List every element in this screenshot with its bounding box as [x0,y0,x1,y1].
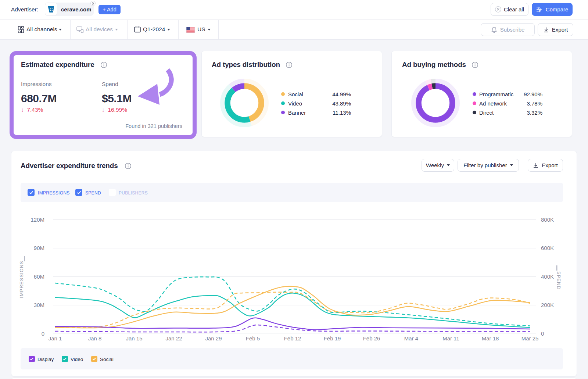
svg-text:120M: 120M [31,217,44,223]
svg-text:Feb 5: Feb 5 [246,335,260,342]
svg-text:SPEND: SPEND [556,271,562,290]
svg-text:0: 0 [42,330,44,337]
svg-text:90M: 90M [34,245,44,251]
svg-text:600K: 600K [541,245,554,251]
svg-text:Feb 19: Feb 19 [324,335,341,342]
svg-text:800K: 800K [541,217,554,223]
svg-text:Feb 26: Feb 26 [363,335,380,342]
svg-text:30M: 30M [34,302,44,308]
svg-text:400K: 400K [541,273,554,280]
svg-text:Feb 12: Feb 12 [284,335,301,342]
svg-text:Mar 18: Mar 18 [482,335,499,342]
svg-text:Mar 4: Mar 4 [404,335,418,342]
svg-text:Jan 22: Jan 22 [165,335,182,342]
svg-text:Jan 29: Jan 29 [205,335,222,342]
svg-text:C: C [50,7,53,12]
svg-text:60M: 60M [34,273,44,280]
svg-text:Mar 11: Mar 11 [442,335,459,342]
svg-text:200K: 200K [541,302,554,308]
svg-text:Jan 8: Jan 8 [88,335,102,342]
svg-text:0: 0 [541,330,544,337]
svg-text:IMPRESSIONS: IMPRESSIONS [19,261,24,298]
svg-text:Mar 25: Mar 25 [521,335,539,342]
svg-text:Jan 1: Jan 1 [49,335,62,342]
svg-text:Jan 15: Jan 15 [126,335,142,342]
